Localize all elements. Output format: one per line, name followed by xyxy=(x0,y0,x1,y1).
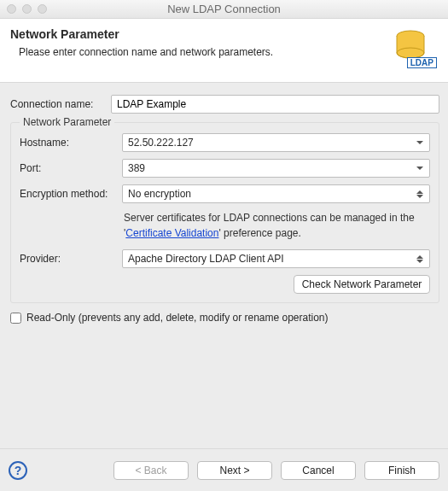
finish-button[interactable]: Finish xyxy=(364,461,439,480)
provider-value: Apache Directory LDAP Client API xyxy=(128,253,284,265)
minimize-window-button[interactable] xyxy=(22,4,32,14)
provider-select[interactable]: Apache Directory LDAP Client API xyxy=(122,249,430,268)
back-button[interactable]: < Back xyxy=(113,461,189,480)
close-window-button[interactable] xyxy=(7,4,16,14)
port-value: 389 xyxy=(128,162,145,174)
hostname-label: Hostname: xyxy=(20,137,122,149)
chevron-down-icon xyxy=(416,167,424,170)
cancel-button[interactable]: Cancel xyxy=(281,461,356,480)
updown-icon xyxy=(416,190,424,198)
wizard-footer: ? < Back Next > Cancel Finish xyxy=(0,448,448,491)
hostname-combo[interactable]: 52.50.222.127 xyxy=(122,133,430,152)
encryption-method-select[interactable]: No encryption xyxy=(122,184,430,203)
chevron-down-icon xyxy=(416,141,424,144)
port-combo[interactable]: 389 xyxy=(122,159,430,178)
encryption-label: Encryption method: xyxy=(20,188,122,200)
connection-name-input[interactable] xyxy=(111,95,439,114)
read-only-label: Read-Only (prevents any add, delete, mod… xyxy=(26,312,329,324)
page-title: Network Parameter xyxy=(10,27,273,41)
window-controls xyxy=(0,4,47,14)
network-parameter-group: Network Parameter Hostname: 52.50.222.12… xyxy=(10,122,439,303)
ldap-icon: LDAP xyxy=(388,27,436,72)
hostname-value: 52.50.222.127 xyxy=(128,137,194,149)
encryption-value: No encryption xyxy=(128,188,191,200)
cert-hint-post: ' preference page. xyxy=(218,227,300,239)
window-title: New LDAP Connection xyxy=(0,3,448,15)
read-only-checkbox[interactable] xyxy=(10,313,21,324)
ldap-badge-label: LDAP xyxy=(407,57,437,68)
connection-name-label: Connection name: xyxy=(10,98,111,110)
certificate-validation-link[interactable]: Certificate Validation xyxy=(125,227,218,239)
page-subtitle: Please enter connection name and network… xyxy=(19,46,273,58)
zoom-window-button[interactable] xyxy=(38,4,47,14)
group-title: Network Parameter xyxy=(20,116,114,128)
provider-label: Provider: xyxy=(20,253,122,265)
updown-icon xyxy=(416,255,424,263)
check-network-parameter-button[interactable]: Check Network Parameter xyxy=(294,275,430,294)
next-button[interactable]: Next > xyxy=(197,461,272,480)
wizard-header: Network Parameter Please enter connectio… xyxy=(0,19,448,83)
window-titlebar: New LDAP Connection xyxy=(0,0,448,19)
help-button[interactable]: ? xyxy=(9,461,27,480)
certificate-hint: Server certificates for LDAP connections… xyxy=(124,210,430,241)
port-label: Port: xyxy=(20,162,122,174)
